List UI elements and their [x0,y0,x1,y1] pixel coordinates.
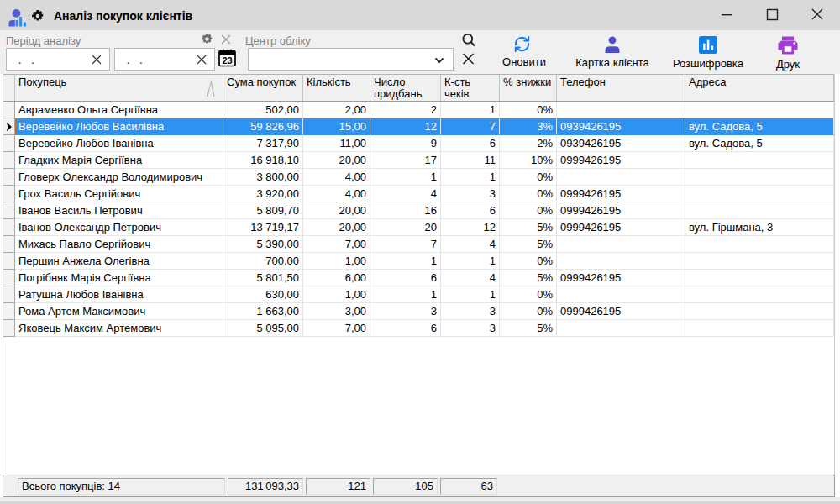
svg-text:23: 23 [222,55,232,66]
